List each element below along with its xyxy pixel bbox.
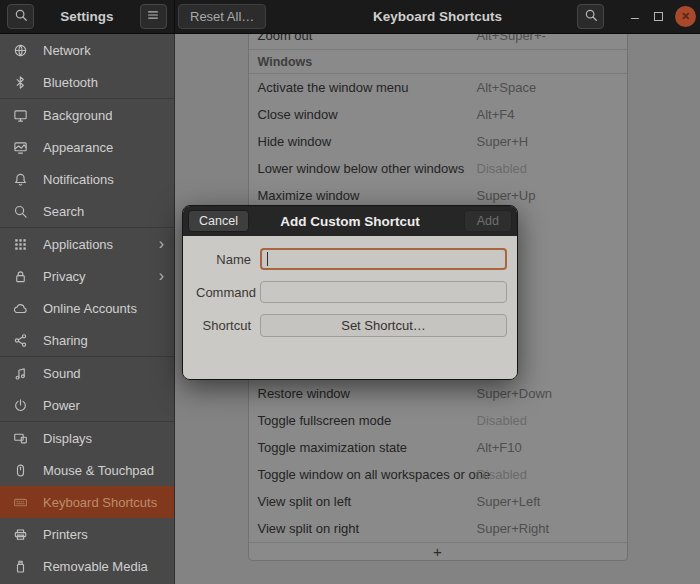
sidebar-item-applications[interactable]: Applications›	[0, 228, 174, 260]
sidebar-search-button[interactable]	[7, 4, 34, 29]
shortcut-label: Hide window	[258, 134, 332, 149]
name-row: Name	[196, 248, 507, 270]
add-button[interactable]: Add	[464, 210, 512, 232]
page-title: Keyboard Shortcuts	[373, 9, 502, 24]
sidebar-item-sound[interactable]: Sound	[0, 357, 174, 389]
shortcut-accel: Alt+F10	[477, 440, 522, 455]
shortcut-row[interactable]: Hide windowSuper+H	[249, 128, 627, 155]
sidebar-item-privacy[interactable]: Privacy›	[0, 260, 174, 292]
shortcut-row[interactable]: Lower window below other windowsDisabled	[249, 155, 627, 182]
shortcut-label: Zoom out	[258, 34, 313, 43]
add-shortcut-row[interactable]: +	[249, 542, 627, 560]
sidebar-item-notifications[interactable]: Notifications	[0, 163, 174, 195]
shortcut-row[interactable]: View split on leftSuper+Left	[249, 488, 627, 515]
bluetooth-icon	[13, 75, 35, 90]
shortcut-row[interactable]: Toggle fullscreen modeDisabled	[249, 407, 627, 434]
sidebar-item-online-accounts[interactable]: Online Accounts	[0, 292, 174, 324]
displays-icon	[13, 431, 35, 446]
sidebar-item-label: Mouse & Touchpad	[43, 463, 154, 478]
sidebar-item-label: Sharing	[43, 333, 88, 348]
sidebar-item-label: Network	[43, 43, 91, 58]
shortcut-accel: Super+Up	[477, 188, 536, 203]
menu-button[interactable]	[140, 4, 167, 29]
headerbar: Settings Reset All… Keyboard Shortcuts –	[0, 0, 700, 34]
sidebar-item-bluetooth[interactable]: Bluetooth	[0, 66, 174, 98]
sound-icon	[13, 366, 35, 381]
search-icon	[584, 8, 598, 25]
privacy-icon	[13, 269, 35, 284]
sidebar-item-removable-media[interactable]: Removable Media	[0, 550, 174, 582]
maximize-button[interactable]	[654, 12, 663, 21]
sidebar-item-label: Background	[43, 108, 112, 123]
shortcut-accel: Disabled	[477, 161, 528, 176]
sidebar-item-label: Printers	[43, 527, 88, 542]
sidebar-item-mouse-touchpad[interactable]: Mouse & Touchpad	[0, 454, 174, 486]
shortcut-row[interactable]: Activate the window menuAlt+Space	[249, 74, 627, 101]
background-icon	[13, 108, 35, 123]
shortcut-accel: Super+Right	[477, 521, 550, 536]
close-button[interactable]: ✕	[675, 6, 696, 27]
cancel-button[interactable]: Cancel	[188, 210, 249, 232]
dialog-title: Add Custom Shortcut	[280, 214, 420, 229]
shortcut-row[interactable]: Toggle maximization stateAlt+F10	[249, 434, 627, 461]
shortcut-label: Activate the window menu	[258, 80, 409, 95]
search-icon	[13, 204, 35, 219]
shortcut-row-dialog: Shortcut Set Shortcut…	[196, 314, 507, 337]
plus-icon: +	[433, 544, 442, 559]
section-header-windows: Windows	[249, 49, 627, 74]
shortcut-row[interactable]: Restore windowSuper+Down	[249, 380, 627, 407]
sidebar-item-printers[interactable]: Printers	[0, 518, 174, 550]
name-label: Name	[196, 252, 251, 267]
sidebar-item-search[interactable]: Search	[0, 195, 174, 227]
settings-window: Settings Reset All… Keyboard Shortcuts –	[0, 0, 700, 584]
sharing-icon	[13, 333, 35, 348]
name-field[interactable]	[260, 248, 507, 270]
shortcut-row[interactable]: Zoom outAlt+Super+-	[249, 34, 627, 49]
sidebar-item-label: Notifications	[43, 172, 114, 187]
sidebar-item-label: Online Accounts	[43, 301, 137, 316]
shortcut-accel: Disabled	[477, 413, 528, 428]
shortcut-accel: Super+Down	[477, 386, 553, 401]
shortcut-label: View split on left	[258, 494, 352, 509]
sidebar-item-power[interactable]: Power	[0, 389, 174, 421]
sidebar-item-background[interactable]: Background	[0, 99, 174, 131]
sidebar-item-label: Sound	[43, 366, 81, 381]
headerbar-left: Settings	[0, 0, 175, 33]
network-icon	[13, 43, 35, 58]
printers-icon	[13, 527, 35, 542]
reset-all-button[interactable]: Reset All…	[178, 4, 266, 29]
shortcut-label: View split on right	[258, 521, 360, 536]
sidebar-item-label: Search	[43, 204, 84, 219]
set-shortcut-button[interactable]: Set Shortcut…	[260, 314, 507, 337]
shortcut-row[interactable]: Close windowAlt+F4	[249, 101, 627, 128]
shortcut-label: Lower window below other windows	[258, 161, 465, 176]
shortcut-label: Toggle maximization state	[258, 440, 408, 455]
command-field[interactable]	[260, 281, 507, 303]
name-entry-wrap	[260, 248, 507, 270]
sidebar-item-sharing[interactable]: Sharing	[0, 324, 174, 356]
sidebar-item-displays[interactable]: Displays	[0, 422, 174, 454]
command-entry-wrap	[260, 281, 507, 303]
shortcut-accel: Alt+F4	[477, 107, 515, 122]
sidebar-item-network[interactable]: Network	[0, 34, 174, 66]
sidebar: NetworkBluetoothBackgroundAppearanceNoti…	[0, 34, 175, 584]
headerbar-right: Reset All… Keyboard Shortcuts – ✕	[175, 0, 700, 33]
notifications-icon	[13, 172, 35, 187]
shortcut-row[interactable]: Toggle window on all workspaces or oneDi…	[249, 461, 627, 488]
sidebar-item-appearance[interactable]: Appearance	[0, 131, 174, 163]
close-icon: ✕	[681, 10, 690, 23]
shortcut-label: Toggle fullscreen mode	[258, 413, 392, 428]
sidebar-item-keyboard-shortcuts[interactable]: Keyboard Shortcuts	[0, 486, 174, 518]
shortcut-accel: Super+H	[477, 134, 529, 149]
sidebar-item-label: Appearance	[43, 140, 113, 155]
shortcut-row[interactable]: View split on rightSuper+Right	[249, 515, 627, 542]
removable-media-icon	[13, 559, 35, 574]
sidebar-item-label: Privacy	[43, 269, 86, 284]
sidebar-item-label: Bluetooth	[43, 75, 98, 90]
dialog-header: Cancel Add Custom Shortcut Add	[183, 206, 517, 236]
minimize-button[interactable]: –	[628, 12, 642, 22]
shortcut-search-button[interactable]	[577, 4, 604, 29]
chevron-right-icon: ›	[159, 268, 164, 284]
power-icon	[13, 398, 35, 413]
hamburger-menu-icon	[146, 8, 160, 25]
